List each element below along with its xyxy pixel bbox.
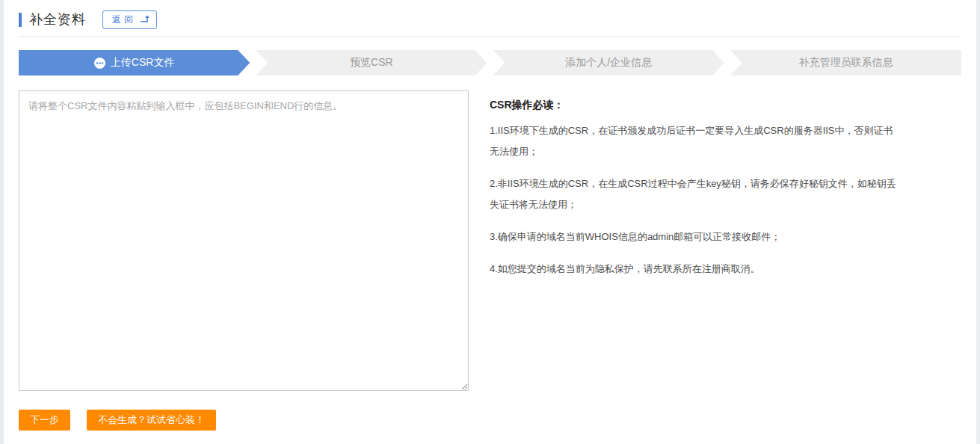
notice-item: 1.IIS环境下生成的CSR，在证书颁发成功后证书一定要导入生成CSR的服务器I… — [490, 120, 899, 162]
header-divider — [19, 36, 961, 37]
scrollbar-track[interactable] — [976, 0, 980, 444]
step-label: 预览CSR — [350, 56, 393, 70]
csr-notice-panel: CSR操作必读： 1.IIS环境下生成的CSR，在证书颁发成功后证书一定要导入生… — [490, 90, 919, 291]
content-area: CSR操作必读： 1.IIS环境下生成的CSR，在证书颁发成功后证书一定要导入生… — [19, 90, 961, 391]
step-upload-csr[interactable]: 上传CSR文件 — [19, 50, 250, 75]
step-admin-contact[interactable]: 补充管理员联系信息 — [730, 50, 961, 75]
step-add-info[interactable]: 添加个人/企业信息 — [493, 50, 724, 75]
ellipsis-icon — [94, 58, 105, 69]
step-label: 上传CSR文件 — [111, 56, 175, 70]
step-label: 添加个人/企业信息 — [565, 56, 652, 70]
main-container: 补全资料 返回 上传CSR文件 — [19, 0, 961, 431]
back-button[interactable]: 返回 — [102, 10, 157, 29]
return-arrow-icon — [140, 14, 150, 25]
back-button-label: 返回 — [112, 13, 136, 26]
notice-item: 2.非IIS环境生成的CSR，在生成CSR过程中会产生key秘钥，请务必保存好秘… — [490, 173, 899, 215]
title-accent-bar — [19, 13, 22, 27]
notice-item: 4.如您提交的域名当前为隐私保护，请先联系所在注册商取消。 — [490, 259, 899, 280]
step-wizard: 上传CSR文件 预览CSR 添加个人/企业信息 补充管理员联系信息 — [19, 50, 961, 75]
page-header: 补全资料 返回 — [19, 0, 961, 28]
next-step-button[interactable]: 下一步 — [19, 410, 70, 431]
page-left-edge — [0, 0, 4, 444]
step-preview-csr[interactable]: 预览CSR — [256, 50, 487, 75]
step-label: 补充管理员联系信息 — [798, 56, 893, 70]
csr-input[interactable] — [19, 90, 469, 391]
notice-item: 3.确保申请的域名当前WHOIS信息的admin邮箱可以正常接收邮件； — [490, 226, 899, 247]
page-title: 补全资料 — [29, 10, 86, 28]
action-bar: 下一步 不会生成？试试省心装！ — [19, 410, 961, 431]
easy-install-button[interactable]: 不会生成？试试省心装！ — [87, 410, 216, 431]
notice-title: CSR操作必读： — [490, 95, 919, 114]
